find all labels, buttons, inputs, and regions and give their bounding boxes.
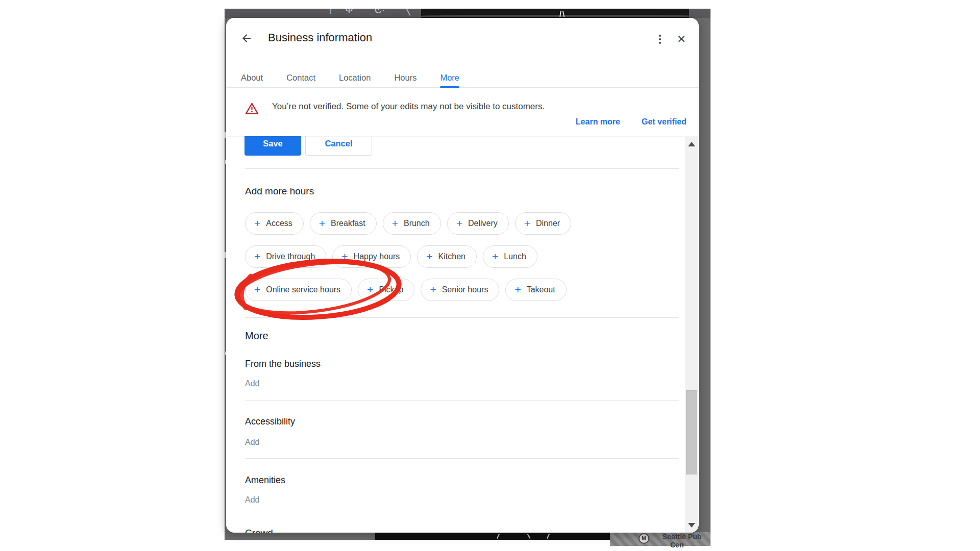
section-divider <box>245 317 679 318</box>
hours-chip-row-2: +Drive through +Happy hours +Kitchen +Lu… <box>245 245 537 268</box>
dialog-tabs: About Contact Location Hours More <box>226 68 699 88</box>
section-divider <box>245 400 679 401</box>
plus-icon: + <box>254 251 260 262</box>
get-verified-link[interactable]: Get verified <box>642 117 687 127</box>
warning-links: Learn more Get verified <box>576 117 687 136</box>
plus-icon: + <box>319 218 325 229</box>
dialog-title: Business information <box>268 31 372 44</box>
item-from-the-business: From the business <box>245 359 321 369</box>
item-accessibility: Accessibility <box>245 416 295 427</box>
hours-chip-row-3: +Online service hours +Pickup +Senior ho… <box>245 279 567 301</box>
tab-about[interactable]: About <box>241 68 263 87</box>
kebab-icon <box>659 35 661 37</box>
chip-label: Happy hours <box>354 252 400 261</box>
toolbar-history-icon: Ͼ· <box>375 9 385 17</box>
section-divider <box>245 516 679 516</box>
map-label-line2: Cen <box>670 541 683 549</box>
chip-dinner[interactable]: +Dinner <box>515 212 571 235</box>
chip-brunch[interactable]: +Brunch <box>383 212 441 235</box>
chip-label: Kitchen <box>438 252 465 261</box>
chip-label: Dinner <box>536 219 560 228</box>
chip-breakfast[interactable]: +Breakfast <box>310 212 377 235</box>
chip-label: Senior hours <box>442 285 488 294</box>
tab-hours[interactable]: Hours <box>394 68 416 87</box>
chip-label: Breakfast <box>331 219 365 228</box>
map-label: Seattle Pub <box>663 533 701 541</box>
plus-icon: + <box>254 218 260 229</box>
back-button[interactable] <box>236 28 257 48</box>
add-accessibility[interactable]: Add <box>245 438 259 447</box>
chip-drive-through[interactable]: +Drive through <box>245 245 326 268</box>
plus-icon: + <box>524 218 530 229</box>
photo-texture <box>421 15 689 17</box>
back-arrow-icon <box>240 32 253 44</box>
add-amenities[interactable]: Add <box>245 495 259 505</box>
chip-label: Lunch <box>504 252 526 261</box>
close-button[interactable]: ✕ <box>671 29 692 49</box>
toolbar-search-handle-icon: ╲ <box>404 9 410 17</box>
toolbar-caret-icon: ⌃ <box>309 9 317 17</box>
toolbar-separator: | <box>330 9 332 17</box>
tab-contact[interactable]: Contact <box>286 68 315 87</box>
chip-label: Pickup <box>379 285 403 294</box>
background-toolbar: ⌃ | Ψ Ͼ· ╲ <box>225 9 710 18</box>
tab-location[interactable]: Location <box>339 68 371 87</box>
tab-more[interactable]: More <box>440 68 459 87</box>
warning-text: You’re not verified. Some of your edits … <box>272 99 550 136</box>
plus-icon: + <box>392 218 398 229</box>
background-photo-fragment-top <box>421 9 689 18</box>
learn-more-link[interactable]: Learn more <box>576 117 620 127</box>
item-amenities: Amenities <box>245 475 285 486</box>
photo-mark <box>497 534 500 539</box>
plus-icon: + <box>341 251 348 262</box>
plus-icon: + <box>456 218 462 229</box>
section-divider <box>245 458 679 459</box>
chip-label: Brunch <box>404 219 430 228</box>
chip-access[interactable]: +Access <box>245 212 304 235</box>
add-more-hours-heading: Add more hours <box>245 186 314 197</box>
monorail-station-icon: M <box>639 533 649 544</box>
plus-icon: + <box>514 284 521 295</box>
plus-icon: + <box>254 284 260 295</box>
item-crowd-clipped: Crowd <box>245 528 273 533</box>
chip-label: Takeout <box>527 285 555 294</box>
plus-icon: + <box>367 284 373 295</box>
close-icon: ✕ <box>677 33 686 45</box>
add-from-the-business[interactable]: Add <box>245 379 259 388</box>
plus-icon: + <box>430 284 436 295</box>
photo-mark <box>527 534 531 539</box>
background-map-fragment: M Seattle Pub Cen <box>610 532 710 546</box>
scroll-up-arrow[interactable] <box>688 142 695 146</box>
hours-chip-row-1: +Access +Breakfast +Brunch +Delivery +Di… <box>245 212 571 235</box>
chip-lunch[interactable]: +Lunch <box>483 245 537 268</box>
scrollbar-thumb[interactable] <box>686 390 697 474</box>
scroll-down-arrow[interactable] <box>688 523 695 528</box>
dialog-scrollbar[interactable] <box>685 137 698 533</box>
chip-label: Drive through <box>266 252 315 261</box>
chip-delivery[interactable]: +Delivery <box>447 212 509 235</box>
plus-icon: + <box>492 251 498 262</box>
chip-label: Access <box>266 219 292 228</box>
chip-happy-hours[interactable]: +Happy hours <box>332 245 411 268</box>
chip-senior-hours[interactable]: +Senior hours <box>421 279 499 301</box>
chip-kitchen[interactable]: +Kitchen <box>417 245 477 268</box>
more-options-button[interactable] <box>650 29 670 49</box>
chip-online-service-hours[interactable]: +Online service hours <box>245 279 352 301</box>
more-section-heading: More <box>245 330 268 342</box>
verification-warning-banner: You’re not verified. Some of your edits … <box>226 88 699 136</box>
chip-label: Delivery <box>468 219 498 228</box>
warning-triangle-icon <box>245 102 259 115</box>
photo-mark <box>547 534 550 539</box>
chip-pickup[interactable]: +Pickup <box>358 279 414 301</box>
chip-label: Online service hours <box>266 285 340 294</box>
toolbar-pin-icon: Ψ <box>345 9 353 17</box>
plus-icon: + <box>426 251 432 262</box>
background-photo-fragment-bottom <box>375 533 610 540</box>
chip-takeout[interactable]: +Takeout <box>505 279 566 301</box>
business-information-dialog: Business information ✕ About Contact Loc… <box>226 18 699 533</box>
section-divider <box>245 168 679 169</box>
